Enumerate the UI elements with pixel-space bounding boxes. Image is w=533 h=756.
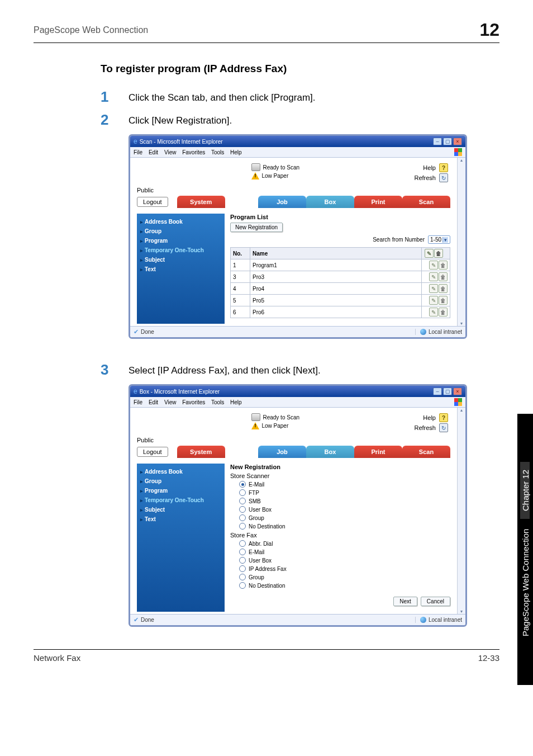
- radio-abbr-dial[interactable]: Abbr. Dial: [239, 540, 450, 547]
- logout-button[interactable]: Logout: [137, 197, 168, 207]
- tab-system[interactable]: System: [177, 446, 225, 458]
- window-title: Box - Microsoft Internet Explorer: [140, 389, 220, 395]
- menu-edit[interactable]: Edit: [149, 399, 158, 405]
- radio-no-destination[interactable]: No Destination: [239, 523, 450, 530]
- radio-icon: [239, 557, 246, 564]
- titlebar: e Box - Microsoft Internet Explorer – ▢ …: [130, 386, 465, 397]
- radio-fax-group[interactable]: Group: [239, 574, 450, 580]
- edit-icon[interactable]: ✎: [429, 296, 438, 305]
- radio-ip-address-fax[interactable]: IP Address Fax: [239, 565, 450, 572]
- printer-icon: [251, 413, 260, 421]
- maximize-button[interactable]: ▢: [443, 138, 452, 145]
- delete-icon[interactable]: 🗑: [439, 308, 448, 316]
- tab-print[interactable]: Print: [354, 446, 402, 458]
- radio-fax-no-destination[interactable]: No Destination: [239, 582, 450, 589]
- titlebar: e Scan - Microsoft Internet Explorer – ▢…: [130, 136, 465, 147]
- menu-tools[interactable]: Tools: [211, 149, 224, 155]
- sidebar-item-group[interactable]: Group: [140, 476, 221, 486]
- tab-job[interactable]: Job: [258, 196, 306, 208]
- sidebar-item-program[interactable]: Program: [140, 236, 221, 245]
- status-ready: Ready to Scan: [263, 164, 299, 171]
- delete-icon[interactable]: 🗑: [439, 261, 448, 270]
- window-title: Scan - Microsoft Internet Explorer: [140, 139, 223, 145]
- sidebar-item-text[interactable]: Text: [140, 514, 221, 524]
- sidebar-item-program[interactable]: Program: [140, 486, 221, 495]
- menu-help[interactable]: Help: [230, 149, 242, 155]
- refresh-button[interactable]: ↻: [439, 173, 448, 182]
- scrollbar[interactable]: ▴ ▾: [457, 158, 465, 326]
- menu-view[interactable]: View: [164, 399, 177, 405]
- help-button[interactable]: ?: [439, 413, 448, 422]
- logout-button[interactable]: Logout: [137, 447, 168, 457]
- edit-icon[interactable]: ✎: [429, 272, 438, 281]
- radio-userbox[interactable]: User Box: [239, 506, 450, 513]
- menu-edit[interactable]: Edit: [149, 149, 158, 155]
- close-button[interactable]: ×: [453, 388, 462, 395]
- edit-icon[interactable]: ✎: [429, 284, 438, 293]
- side-tab: PageScope Web Connection Chapter 12: [517, 414, 533, 685]
- delete-icon[interactable]: 🗑: [434, 249, 443, 258]
- minimize-button[interactable]: –: [433, 388, 442, 395]
- menu-help[interactable]: Help: [230, 399, 242, 405]
- menu-file[interactable]: File: [134, 149, 142, 155]
- sidebar-item-text[interactable]: Text: [140, 264, 221, 274]
- radio-ftp[interactable]: FTP: [239, 489, 450, 496]
- done-icon: ✔: [134, 616, 139, 623]
- new-registration-button[interactable]: New Registration: [230, 223, 283, 232]
- edit-icon[interactable]: ✎: [425, 249, 434, 258]
- delete-icon[interactable]: 🗑: [439, 272, 448, 281]
- radio-email[interactable]: E-Mail: [239, 481, 450, 488]
- minimize-button[interactable]: –: [433, 138, 442, 145]
- menu-file[interactable]: File: [134, 399, 142, 405]
- tab-box[interactable]: Box: [306, 446, 354, 458]
- radio-group[interactable]: Group: [239, 514, 450, 521]
- edit-icon[interactable]: ✎: [429, 308, 438, 316]
- sidebar-item-address-book[interactable]: Address Book: [140, 217, 221, 226]
- sidebar-item-address-book[interactable]: Address Book: [140, 467, 221, 476]
- tab-scan[interactable]: Scan: [402, 446, 450, 458]
- sidebar-item-subject[interactable]: Subject: [140, 255, 221, 264]
- cancel-button[interactable]: Cancel: [421, 597, 450, 606]
- col-name: Name: [250, 248, 422, 259]
- sidebar-item-group[interactable]: Group: [140, 226, 221, 236]
- scrollbar[interactable]: ▴ ▾: [457, 408, 465, 614]
- help-button[interactable]: ?: [439, 163, 448, 172]
- menu-view[interactable]: View: [164, 149, 177, 155]
- menu-favorites[interactable]: Favorites: [182, 399, 205, 405]
- menu-tools[interactable]: Tools: [211, 399, 224, 405]
- radio-icon: [239, 523, 246, 530]
- tab-scan[interactable]: Scan: [402, 196, 450, 208]
- radio-fax-userbox[interactable]: User Box: [239, 557, 450, 564]
- delete-icon[interactable]: 🗑: [439, 284, 448, 293]
- sidebar-item-temporary-one-touch[interactable]: Temporary One-Touch: [140, 495, 221, 505]
- browser-window-scan: e Scan - Microsoft Internet Explorer – ▢…: [129, 134, 467, 339]
- tab-system[interactable]: System: [177, 196, 225, 208]
- tab-box[interactable]: Box: [306, 196, 354, 208]
- radio-smb[interactable]: SMB: [239, 498, 450, 504]
- tab-print[interactable]: Print: [354, 196, 402, 208]
- warning-icon: [251, 422, 259, 429]
- program-table: No. Name ✎🗑 1Program1✎🗑 3Pro3✎🗑 4Pro4✎🗑: [230, 247, 450, 318]
- status-low-paper: Low Paper: [261, 173, 288, 179]
- sidebar-item-subject[interactable]: Subject: [140, 505, 221, 514]
- statusbar-zone: Local intranet: [429, 329, 462, 335]
- help-label: Help: [423, 414, 436, 421]
- globe-icon: [420, 329, 426, 335]
- side-tab-label: PageScope Web Connection: [521, 519, 530, 646]
- radio-fax-email[interactable]: E-Mail: [239, 549, 450, 555]
- table-row: 4Pro4✎🗑: [231, 283, 450, 295]
- printer-icon: [251, 163, 260, 171]
- edit-icon[interactable]: ✎: [429, 261, 438, 270]
- refresh-button[interactable]: ↻: [439, 423, 448, 432]
- header-chapter-number: 12: [479, 20, 499, 40]
- status-ready: Ready to Scan: [263, 414, 299, 420]
- sidebar-item-temporary-one-touch[interactable]: Temporary One-Touch: [140, 245, 221, 255]
- tab-job[interactable]: Job: [258, 446, 306, 458]
- maximize-button[interactable]: ▢: [443, 388, 452, 395]
- next-button[interactable]: Next: [393, 597, 417, 606]
- menu-favorites[interactable]: Favorites: [182, 149, 205, 155]
- search-range-select[interactable]: 1-50 ▾: [428, 235, 450, 244]
- close-button[interactable]: ×: [453, 138, 462, 145]
- delete-icon[interactable]: 🗑: [439, 296, 448, 305]
- public-label: Public: [137, 187, 450, 193]
